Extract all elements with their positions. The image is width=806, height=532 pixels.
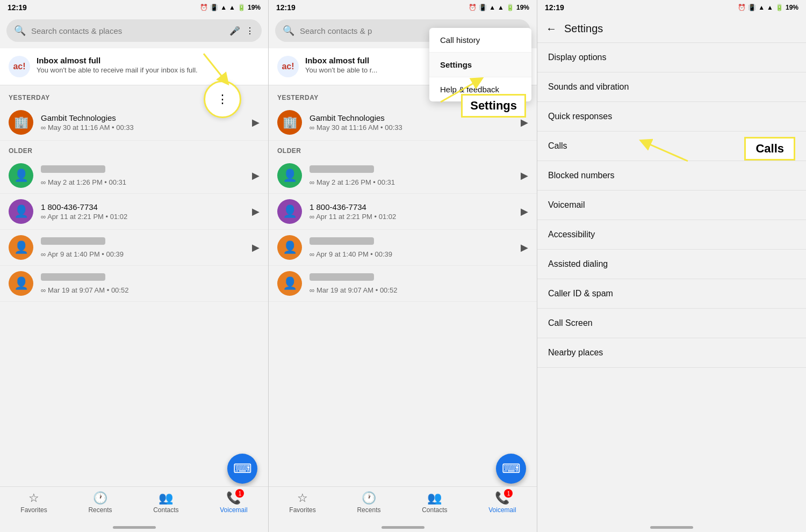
notif-text-2: Inbox almost full You won't be able to r… xyxy=(305,56,377,74)
call-avatar-gambit-2: 🏢 xyxy=(277,110,302,135)
status-icons-3: ⏰ 📳 ▲ ▲ 🔋 19% xyxy=(738,4,798,11)
status-time-3: 12:19 xyxy=(545,3,564,12)
mic-icon-1[interactable]: 🎤 xyxy=(229,26,240,36)
nav-recents-2[interactable]: 🕐 Recents xyxy=(357,491,380,514)
call-info-blurred3-1: ∞ Mar 19 at 9:07 AM • 00:52 xyxy=(41,273,260,294)
fab-1[interactable]: ⌨ xyxy=(227,454,257,484)
nav-contacts-1[interactable]: 👥 Contacts xyxy=(153,491,178,514)
notif-title-1: Inbox almost full xyxy=(37,56,198,65)
settings-item-nearby[interactable]: Nearby places xyxy=(537,338,806,368)
status-bar-3: 12:19 ⏰ 📳 ▲ ▲ 🔋 19% xyxy=(537,0,806,15)
call-item-blurred1-2[interactable]: 👤 ∞ May 2 at 1:26 PM • 00:31 ▶ xyxy=(269,158,537,194)
nav-voicemail-2[interactable]: 📞 1 Voicemail xyxy=(488,491,516,514)
call-info-blurred1-2: ∞ May 2 at 1:26 PM • 00:31 xyxy=(310,165,513,186)
call-name-1800-1: 1 800-436-7734 xyxy=(41,202,244,212)
nav-recents-1[interactable]: 🕐 Recents xyxy=(88,491,112,514)
settings-title: Settings xyxy=(564,23,603,35)
settings-item-assisted-dialing[interactable]: Assisted dialing xyxy=(537,250,806,279)
call-play-1800-2[interactable]: ▶ xyxy=(521,206,528,217)
call-item-blurred3-2[interactable]: 👤 ∞ Mar 19 at 9:07 AM • 00:52 xyxy=(269,266,537,302)
call-detail-1800-2: ∞ Apr 11 at 2:21 PM • 01:02 xyxy=(310,213,513,221)
call-play-blurred1-1[interactable]: ▶ xyxy=(252,170,260,181)
call-play-blurred2-1[interactable]: ▶ xyxy=(252,242,260,253)
call-play-blurred1-2[interactable]: ▶ xyxy=(521,170,528,181)
dropdown-menu: Call history Settings Help & feedback xyxy=(429,28,531,101)
call-play-blurred2-2[interactable]: ▶ xyxy=(521,242,528,253)
call-detail-blurred3-1: ∞ Mar 19 at 9:07 AM • 00:52 xyxy=(41,286,260,294)
battery-icon-2: 🔋 xyxy=(506,4,514,11)
battery-icon-3: 🔋 xyxy=(775,4,783,11)
call-avatar-blurred3-1: 👤 xyxy=(9,271,33,296)
nav-recents-label-2: Recents xyxy=(357,506,380,514)
call-detail-blurred2-2: ∞ Apr 9 at 1:40 PM • 00:39 xyxy=(310,250,513,258)
more-icon-1[interactable]: ⋮ xyxy=(246,26,254,36)
nav-favorites-1[interactable]: ☆ Favorites xyxy=(20,491,47,514)
dropdown-settings[interactable]: Settings xyxy=(429,53,531,77)
search-icon-1: 🔍 xyxy=(14,25,26,37)
call-item-blurred2-2[interactable]: 👤 ∞ Apr 9 at 1:40 PM • 00:39 ▶ xyxy=(269,230,537,266)
search-input-1[interactable] xyxy=(31,26,224,35)
call-avatar-blurred1-2: 👤 xyxy=(277,163,302,188)
nav-favorites-label-2: Favorites xyxy=(289,506,315,514)
call-avatar-blurred1-1: 👤 xyxy=(9,163,33,188)
call-avatar-gambit-1: 🏢 xyxy=(9,110,33,135)
call-item-1800-1[interactable]: 👤 1 800-436-7734 ∞ Apr 11 at 2:21 PM • 0… xyxy=(0,194,268,230)
settings-item-call-screen[interactable]: Call Screen xyxy=(537,309,806,338)
notification-card-1: ac! Inbox almost full You won't be able … xyxy=(0,48,268,85)
call-name-1800-2: 1 800-436-7734 xyxy=(310,202,513,212)
nav-voicemail-1[interactable]: 📞 1 Voicemail xyxy=(220,491,247,514)
call-avatar-blurred3-2: 👤 xyxy=(277,271,302,296)
settings-item-display[interactable]: Display options xyxy=(537,43,806,72)
settings-item-accessibility[interactable]: Accessibility xyxy=(537,220,806,250)
call-info-blurred1-1: ∞ May 2 at 1:26 PM • 00:31 xyxy=(41,165,244,186)
status-bar-1: 12:19 ⏰ 📳 ▲ ▲ 🔋 19% xyxy=(0,0,268,15)
back-arrow-icon[interactable]: ← xyxy=(546,23,557,35)
settings-item-caller-id[interactable]: Caller ID & spam xyxy=(537,279,806,309)
home-indicator-3 xyxy=(650,526,693,529)
home-indicator-2 xyxy=(382,526,424,529)
battery-level-1: 19% xyxy=(248,4,261,11)
call-detail-1800-1: ∞ Apr 11 at 2:21 PM • 01:02 xyxy=(41,213,244,221)
panel-3: 12:19 ⏰ 📳 ▲ ▲ 🔋 19% ← Settings Display o… xyxy=(537,0,806,532)
nav-favorites-2[interactable]: ☆ Favorites xyxy=(289,491,315,514)
three-dot-button-1[interactable]: ⋮ xyxy=(204,81,241,118)
nav-voicemail-label-2: Voicemail xyxy=(488,506,516,514)
status-icons-2: ⏰ 📳 ▲ ▲ 🔋 19% xyxy=(469,4,529,11)
settings-item-sounds[interactable]: Sounds and vibration xyxy=(537,72,806,102)
call-info-blurred2-1: ∞ Apr 9 at 1:40 PM • 00:39 xyxy=(41,237,244,258)
call-item-blurred3-1[interactable]: 👤 ∞ Mar 19 at 9:07 AM • 00:52 xyxy=(0,266,268,302)
vibrate-icon: 📳 xyxy=(210,4,218,11)
call-avatar-blurred2-2: 👤 xyxy=(277,235,302,260)
voicemail-badge-1: 1 xyxy=(235,489,244,498)
call-item-1800-2[interactable]: 👤 1 800-436-7734 ∞ Apr 11 at 2:21 PM • 0… xyxy=(269,194,537,230)
call-name-blurred2-1 xyxy=(41,237,105,245)
call-play-gambit-1[interactable]: ▶ xyxy=(252,116,260,128)
panel-2: 12:19 ⏰ 📳 ▲ ▲ 🔋 19% 🔍 ac! Inbox almost f… xyxy=(269,0,537,532)
bottom-nav-1: ☆ Favorites 🕐 Recents 👥 Contacts 📞 1 Voi… xyxy=(0,486,268,516)
settings-item-quick-responses[interactable]: Quick responses xyxy=(537,102,806,132)
settings-item-voicemail[interactable]: Voicemail xyxy=(537,191,806,220)
call-detail-blurred1-2: ∞ May 2 at 1:26 PM • 00:31 xyxy=(310,178,513,186)
notif-logo-2: ac! xyxy=(277,56,299,77)
contacts-icon-1: 👥 xyxy=(159,491,173,505)
section-older-2: OLDER xyxy=(269,141,537,158)
call-name-blurred2-2 xyxy=(310,237,374,245)
notif-text-1: Inbox almost full You won't be able to r… xyxy=(37,56,198,74)
dropdown-call-history[interactable]: Call history xyxy=(429,28,531,53)
call-play-1800-1[interactable]: ▶ xyxy=(252,206,260,217)
call-info-1800-2: 1 800-436-7734 ∞ Apr 11 at 2:21 PM • 01:… xyxy=(310,202,513,221)
call-item-blurred1-1[interactable]: 👤 ∞ May 2 at 1:26 PM • 00:31 ▶ xyxy=(0,158,268,194)
battery-level-3: 19% xyxy=(786,4,798,11)
call-item-blurred2-1[interactable]: 👤 ∞ Apr 9 at 1:40 PM • 00:39 ▶ xyxy=(0,230,268,266)
nav-contacts-2[interactable]: 👥 Contacts xyxy=(422,491,447,514)
call-info-blurred3-2: ∞ Mar 19 at 9:07 AM • 00:52 xyxy=(310,273,528,294)
signal-icon-2: ▲ xyxy=(498,4,504,11)
battery-icon: 🔋 xyxy=(238,4,246,11)
fab-2[interactable]: ⌨ xyxy=(496,454,526,484)
battery-level-2: 19% xyxy=(516,4,529,11)
call-play-gambit-2[interactable]: ▶ xyxy=(521,116,528,128)
contacts-icon-2: 👥 xyxy=(427,491,442,505)
settings-item-blocked[interactable]: Blocked numbers xyxy=(537,161,806,191)
alarm-icon: ⏰ xyxy=(200,4,208,11)
nav-recents-label-1: Recents xyxy=(88,506,112,514)
